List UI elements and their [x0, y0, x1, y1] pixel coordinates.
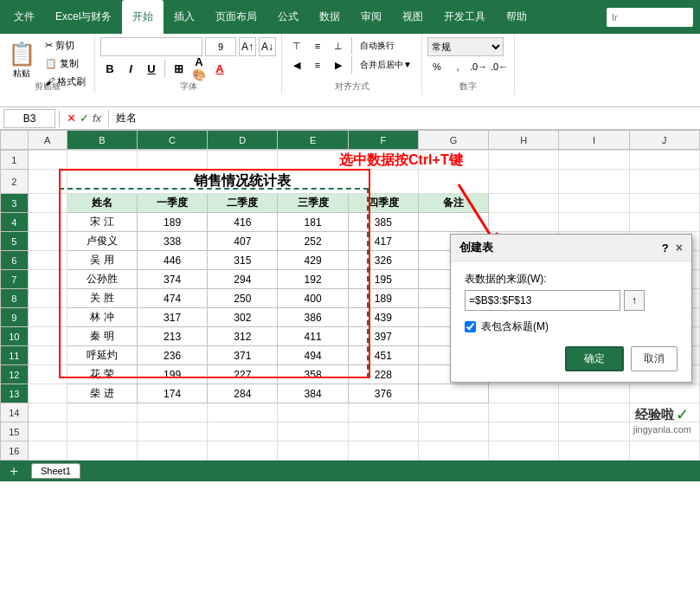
- decimal-decrease-button[interactable]: .0←: [490, 58, 509, 75]
- data-cell-7-2[interactable]: 374: [137, 270, 207, 289]
- cell-1-4[interactable]: [278, 151, 348, 170]
- cell-15-2[interactable]: [137, 422, 207, 442]
- data-cell-4-7[interactable]: [489, 213, 559, 232]
- cell-1-6[interactable]: [418, 151, 488, 170]
- sheet-tab-sheet1[interactable]: Sheet1: [31, 463, 80, 479]
- comma-button[interactable]: ,: [448, 58, 467, 75]
- header-cell-0[interactable]: [28, 194, 67, 213]
- data-cell-5-2[interactable]: 338: [137, 232, 207, 251]
- col-header-d[interactable]: D: [208, 131, 278, 150]
- cell-14-1[interactable]: [67, 403, 137, 422]
- col-header-a[interactable]: A: [28, 131, 67, 150]
- merge-button[interactable]: 合并后居中▼: [356, 56, 416, 74]
- data-cell-4-8[interactable]: [559, 213, 629, 232]
- cell-2-0[interactable]: [28, 170, 67, 194]
- cell-15-4[interactable]: [278, 422, 348, 442]
- search-input[interactable]: [607, 8, 693, 27]
- data-cell-8-0[interactable]: [28, 289, 67, 308]
- data-cell-7-3[interactable]: 294: [208, 270, 278, 289]
- data-cell-10-1[interactable]: 秦 明: [67, 327, 137, 346]
- data-cell-13-8[interactable]: [559, 384, 629, 403]
- tab-view[interactable]: 视图: [392, 0, 433, 34]
- tab-insert[interactable]: 插入: [164, 0, 205, 34]
- data-cell-8-3[interactable]: 250: [208, 289, 278, 308]
- copy-button[interactable]: 📋 复制: [42, 55, 89, 72]
- data-cell-9-1[interactable]: 林 冲: [67, 308, 137, 327]
- data-cell-11-2[interactable]: 236: [137, 346, 207, 365]
- tab-review[interactable]: 审阅: [350, 0, 392, 34]
- align-top-button[interactable]: ⊤: [287, 37, 306, 55]
- confirm-button[interactable]: 确定: [565, 346, 624, 371]
- cell-2-6[interactable]: [418, 170, 488, 194]
- data-cell-12-1[interactable]: 花 荣: [67, 365, 137, 384]
- cell-15-5[interactable]: [348, 422, 418, 442]
- data-cell-9-2[interactable]: 317: [137, 308, 207, 327]
- data-cell-9-0[interactable]: [28, 308, 67, 327]
- cell-14-3[interactable]: [208, 403, 278, 422]
- data-cell-12-4[interactable]: 358: [278, 365, 348, 384]
- source-picker-button[interactable]: ↑: [624, 290, 645, 311]
- header-cell-9[interactable]: [629, 194, 699, 213]
- cell-15-7[interactable]: [489, 422, 559, 442]
- number-format-select[interactable]: 常规: [427, 37, 504, 56]
- header-cell-5[interactable]: 四季度: [348, 194, 418, 213]
- data-cell-8-5[interactable]: 189: [348, 289, 418, 308]
- cell-2-9[interactable]: [629, 170, 699, 194]
- data-cell-12-5[interactable]: 228: [348, 365, 418, 384]
- paste-button[interactable]: 📋 粘贴: [3, 37, 40, 82]
- cell-14-8[interactable]: [559, 403, 629, 422]
- tab-excel-finance[interactable]: Excel与财务: [45, 0, 122, 34]
- border-button[interactable]: ⊞: [169, 59, 188, 78]
- col-header-i[interactable]: I: [559, 131, 629, 150]
- data-cell-13-3[interactable]: 284: [208, 384, 278, 403]
- font-size-decrease-button[interactable]: A↓: [259, 37, 276, 56]
- cell-2-8[interactable]: [559, 170, 629, 194]
- data-cell-9-3[interactable]: 302: [208, 308, 278, 327]
- data-cell-12-2[interactable]: 199: [137, 365, 207, 384]
- cell-16-1[interactable]: [67, 442, 137, 461]
- data-cell-10-2[interactable]: 213: [137, 327, 207, 346]
- cell-16-4[interactable]: [278, 442, 348, 461]
- col-header-g[interactable]: G: [418, 131, 488, 150]
- cell-15-0[interactable]: [28, 422, 67, 442]
- font-name-input[interactable]: [100, 37, 202, 56]
- header-cell-3[interactable]: 二季度: [208, 194, 278, 213]
- data-cell-6-5[interactable]: 326: [348, 251, 418, 270]
- underline-button[interactable]: U: [142, 59, 161, 78]
- data-cell-10-5[interactable]: 397: [348, 327, 418, 346]
- data-cell-5-5[interactable]: 417: [348, 232, 418, 251]
- header-cell-1[interactable]: 姓名: [67, 194, 137, 213]
- data-cell-11-1[interactable]: 呼延灼: [67, 346, 137, 365]
- data-cell-7-1[interactable]: 公孙胜: [67, 270, 137, 289]
- align-right-button[interactable]: ▶: [329, 56, 348, 74]
- data-cell-8-4[interactable]: 400: [278, 289, 348, 308]
- data-cell-4-9[interactable]: [629, 213, 699, 232]
- data-cell-11-4[interactable]: 494: [278, 346, 348, 365]
- data-cell-12-3[interactable]: 227: [208, 365, 278, 384]
- data-cell-10-4[interactable]: 411: [278, 327, 348, 346]
- data-cell-13-9[interactable]: [629, 384, 699, 403]
- cut-button[interactable]: ✂ 剪切: [42, 37, 89, 54]
- data-cell-8-2[interactable]: 474: [137, 289, 207, 308]
- align-bottom-button[interactable]: ⊥: [329, 37, 348, 55]
- cell-2-7[interactable]: [489, 170, 559, 194]
- cell-16-5[interactable]: [348, 442, 418, 461]
- header-checkbox[interactable]: [465, 321, 476, 332]
- tab-home[interactable]: 开始: [122, 0, 164, 34]
- italic-button[interactable]: I: [121, 59, 140, 78]
- data-cell-6-4[interactable]: 429: [278, 251, 348, 270]
- data-cell-11-0[interactable]: [28, 346, 67, 365]
- data-cell-7-5[interactable]: 195: [348, 270, 418, 289]
- cancel-icon[interactable]: ✕: [67, 112, 76, 125]
- data-cell-4-4[interactable]: 181: [278, 213, 348, 232]
- col-header-b[interactable]: B: [67, 131, 137, 150]
- data-cell-9-5[interactable]: 439: [348, 308, 418, 327]
- data-cell-5-4[interactable]: 252: [278, 232, 348, 251]
- data-cell-7-0[interactable]: [28, 270, 67, 289]
- cell-16-8[interactable]: [559, 442, 629, 461]
- data-cell-4-1[interactable]: 宋 江: [67, 213, 137, 232]
- data-cell-7-4[interactable]: 192: [278, 270, 348, 289]
- cell-15-1[interactable]: [67, 422, 137, 442]
- data-cell-13-4[interactable]: 384: [278, 384, 348, 403]
- font-color-button[interactable]: A: [210, 59, 229, 78]
